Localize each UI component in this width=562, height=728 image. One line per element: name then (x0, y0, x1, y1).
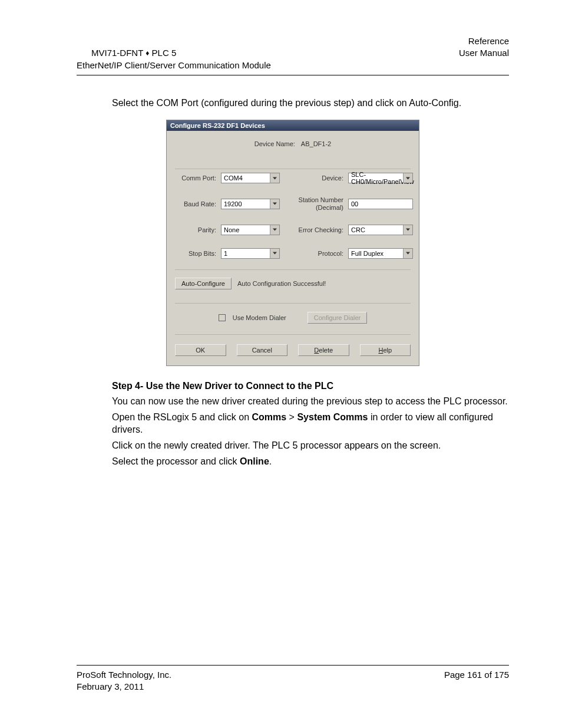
page-footer: ProSoft Technology, Inc. February 3, 201… (77, 665, 509, 693)
station-number-value: 00 (351, 200, 358, 207)
device-select[interactable]: SLC-CH0/Micro/PanelView (348, 173, 413, 183)
protocol-select[interactable]: Full Duplex (348, 248, 413, 259)
baud-rate-select[interactable]: 19200 (221, 199, 280, 209)
body-p3: Click on the newly created driver. The P… (112, 440, 509, 452)
comm-port-value: COM4 (224, 174, 243, 182)
page-header: MVI71-DFNT ♦ PLC 5 EtherNet/IP Client/Se… (77, 35, 509, 75)
stop-bits-select[interactable]: 1 (221, 248, 280, 259)
chevron-down-icon (403, 249, 412, 258)
error-checking-label: Error Checking: (285, 226, 343, 233)
ok-button[interactable]: OK (175, 344, 226, 356)
parity-value: None (224, 226, 239, 233)
hdr-right-1: Reference (468, 36, 509, 46)
hdr-right-2: User Manual (459, 48, 509, 58)
ftr-company: ProSoft Technology, Inc. (77, 670, 171, 680)
chevron-down-icon (270, 199, 279, 209)
dialog-title: Configure RS-232 DF1 Devices (167, 120, 419, 131)
hdr-left-1a: MVI71-DFNT (91, 48, 146, 58)
comm-port-label: Comm Port: (175, 174, 216, 182)
station-number-label: Station Number (Decimal) (285, 196, 343, 211)
configure-dialer-button: Configure Dialer (308, 312, 367, 324)
device-label: Device: (285, 174, 343, 182)
chevron-down-icon (270, 249, 279, 258)
protocol-label: Protocol: (285, 250, 343, 257)
body-p4: Select the processor and click Online. (112, 456, 509, 468)
chevron-down-icon (270, 225, 279, 235)
station-number-input[interactable]: 00 (348, 199, 413, 209)
parity-select[interactable]: None (221, 225, 280, 235)
chevron-down-icon (403, 225, 412, 235)
error-checking-value: CRC (351, 226, 365, 233)
body-text: Step 4- Use the New Driver to Connect to… (112, 380, 509, 468)
stop-bits-value: 1 (224, 250, 227, 257)
hdr-left-2: EtherNet/IP Client/Server Communication … (77, 60, 271, 70)
help-button[interactable]: Help (360, 344, 411, 356)
device-name-value: AB_DF1-2 (301, 140, 331, 147)
auto-configure-button[interactable]: Auto-Configure (175, 278, 232, 289)
ftr-date: February 3, 2011 (77, 681, 144, 691)
error-checking-select[interactable]: CRC (348, 225, 413, 235)
configure-df1-dialog: Configure RS-232 DF1 Devices Device Name… (166, 120, 419, 365)
delete-button[interactable]: Delete (298, 344, 349, 356)
body-p2: Open the RSLogix 5 and click on Comms > … (112, 411, 509, 436)
step-title: Step 4- Use the New Driver to Connect to… (112, 380, 509, 393)
body-p1: You can now use the new driver created d… (112, 396, 509, 408)
use-modem-label: Use Modem Dialer (233, 314, 286, 321)
comm-port-select[interactable]: COM4 (221, 173, 280, 183)
page-number: Page 161 of 175 (444, 669, 509, 693)
chevron-down-icon (403, 173, 412, 183)
device-name-label: Device Name: (254, 140, 295, 147)
chevron-down-icon (270, 173, 279, 183)
use-modem-checkbox[interactable] (219, 314, 226, 321)
intro-text: Select the COM Port (configured during t… (112, 97, 509, 110)
hdr-left-1b: PLC 5 (149, 48, 176, 58)
protocol-value: Full Duplex (351, 250, 384, 257)
parity-label: Parity: (175, 226, 216, 233)
stop-bits-label: Stop Bits: (175, 250, 216, 257)
auto-configure-status: Auto Configuration Successful! (237, 275, 326, 292)
baud-rate-label: Baud Rate: (175, 200, 216, 207)
cancel-button[interactable]: Cancel (237, 344, 288, 356)
baud-rate-value: 19200 (224, 200, 242, 207)
